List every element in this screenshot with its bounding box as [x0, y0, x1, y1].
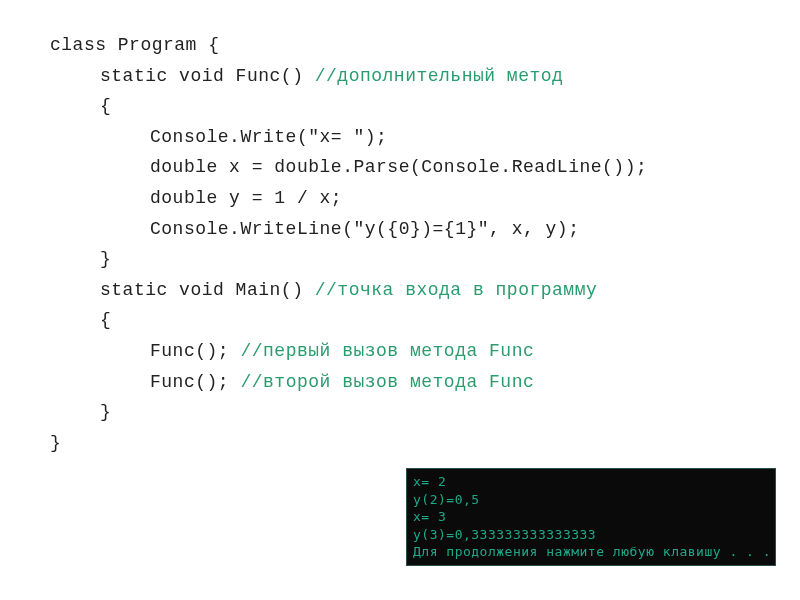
code-text: static void Func(): [100, 66, 315, 86]
code-line: Console.WriteLine("y({0})={1}", x, y);: [50, 214, 780, 245]
console-line: x= 2: [413, 473, 769, 491]
console-line: y(2)=0,5: [413, 491, 769, 509]
code-text: Console.WriteLine("y({0})={1}", x, y);: [150, 219, 579, 239]
code-text: Func();: [150, 372, 240, 392]
code-text: Func();: [150, 341, 240, 361]
code-block: class Program { static void Func() //доп…: [50, 30, 780, 458]
code-text: {: [100, 310, 111, 330]
code-text: double y = 1 / x;: [150, 188, 342, 208]
code-line: static void Func() //дополнительный мето…: [50, 61, 780, 92]
code-text: Console.Write("x= ");: [150, 127, 387, 147]
code-comment: //первый вызов метода Func: [240, 341, 534, 361]
code-text: }: [50, 433, 61, 453]
code-comment: //второй вызов метода Func: [240, 372, 534, 392]
code-line: static void Main() //точка входа в прогр…: [50, 275, 780, 306]
code-line: double x = double.Parse(Console.ReadLine…: [50, 152, 780, 183]
code-line: Console.Write("x= ");: [50, 122, 780, 153]
code-text: class Program {: [50, 35, 220, 55]
code-text: }: [100, 402, 111, 422]
console-output: x= 2 y(2)=0,5 x= 3 y(3)=0,33333333333333…: [406, 468, 776, 566]
code-line: }: [50, 244, 780, 275]
code-line: }: [50, 428, 780, 459]
console-line: x= 3: [413, 508, 769, 526]
code-comment: //дополнительный метод: [315, 66, 564, 86]
code-line: Func(); //второй вызов метода Func: [50, 367, 780, 398]
code-line: class Program {: [50, 30, 780, 61]
console-line: y(3)=0,333333333333333: [413, 526, 769, 544]
code-line: }: [50, 397, 780, 428]
code-line: double y = 1 / x;: [50, 183, 780, 214]
code-line: {: [50, 91, 780, 122]
code-text: }: [100, 249, 111, 269]
code-text: double x = double.Parse(Console.ReadLine…: [150, 157, 647, 177]
code-line: {: [50, 305, 780, 336]
code-comment: //точка входа в программу: [315, 280, 598, 300]
code-line: Func(); //первый вызов метода Func: [50, 336, 780, 367]
console-line: Для продолжения нажмите любую клавишу . …: [413, 543, 769, 561]
code-text: {: [100, 96, 111, 116]
code-text: static void Main(): [100, 280, 315, 300]
